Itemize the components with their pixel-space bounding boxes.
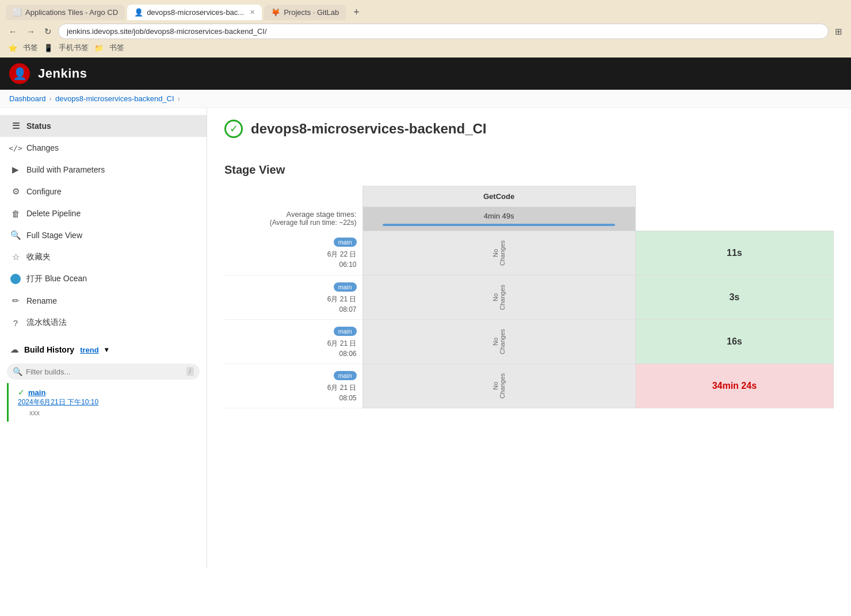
nav-refresh-button[interactable]: ↻ [41,25,55,39]
bookmark-label-3[interactable]: 书签 [109,43,124,53]
sidebar-item-blue-ocean[interactable]: 打开 Blue Ocean [0,268,207,290]
filter-slash: / [186,367,194,376]
tab-label-jenkins: devops8-microservices-bac... [147,8,244,17]
no-changes-cell-1: No Changes [362,231,635,276]
sidebar-item-configure[interactable]: ⚙ Configure [0,181,207,202]
no-changes-text-4: No Changes [492,369,506,403]
search-icon: 🔍 [10,230,21,240]
cloud-icon: ☁ [10,345,18,354]
filter-builds-bar: 🔍 / [7,364,200,380]
sidebar-label-status: Status [26,121,51,131]
sidebar-label-configure: Configure [26,187,62,196]
bookmark-label-1[interactable]: 书签 [23,43,38,53]
status-icon: ☰ [10,121,21,131]
tab-label-argocd: Applications Tiles - Argo CD [25,8,118,17]
build-time-link[interactable]: 2024年6月21日 下午10:10 [18,398,98,406]
no-changes-text-3: No Changes [492,324,506,359]
trend-arrow-icon: ▾ [105,346,108,354]
changes-icon: </> [10,143,21,153]
sidebar-label-delete-pipeline: Delete Pipeline [26,209,81,218]
browser-nav: ← → ↻ ⊞ [6,24,845,39]
build-date-4: 6月 21 日 [327,384,357,392]
build-tag-3[interactable]: main [334,327,357,336]
sidebar-label-build-params: Build with Parameters [26,165,105,174]
sidebar-item-delete-pipeline[interactable]: 🗑 Delete Pipeline [0,202,207,224]
build-time-4: 08:05 [339,394,356,402]
build-tag-4[interactable]: main [334,371,357,380]
filter-builds-input[interactable] [26,368,183,376]
no-changes-text-1: No Changes [492,236,506,270]
sidebar-item-status[interactable]: ☰ Status [0,115,207,137]
sidebar-item-rename[interactable]: ✏ Rename [0,290,207,312]
build-date-2: 6月 21 日 [327,295,357,303]
sidebar-item-changes[interactable]: </> Changes [0,137,207,159]
trend-link[interactable]: trend [80,346,99,354]
build-success-icon: ✓ [18,388,25,397]
table-row: main 6月 21 日 08:07 No Changes 3s [224,276,834,320]
build-history-header: ☁ Build History trend ▾ [0,339,207,360]
stage-label-empty [224,186,362,207]
jenkins-avatar-icon: 👤 [13,67,27,81]
build-time-2: 08:07 [339,305,356,313]
tab-label-gitlab: Projects · GitLab [284,8,339,17]
table-row: main 6月 21 日 08:06 No Changes 16s [224,320,834,364]
breadcrumb-sep-2: › [178,94,180,103]
address-bar[interactable] [58,24,829,39]
build-history-section: ☁ Build History trend ▾ 🔍 / ✓ main 2024年… [0,339,207,422]
nav-back-button[interactable]: ← [6,25,20,38]
sidebar-label-favorites: 收藏夹 [26,252,51,262]
breadcrumb-job[interactable]: devops8-microservices-backend_CI [55,94,174,103]
sidebar-label-changes: Changes [26,143,59,152]
build-date-1: 6月 22 日 [327,250,357,258]
sidebar-label-rename: Rename [26,296,57,305]
build-date-3: 6月 21 日 [327,339,357,347]
breadcrumb-sep-1: › [49,94,52,103]
tab-jenkins[interactable]: 👤 devops8-microservices-bac... ✕ [127,5,262,20]
build-info-2: main 6月 21 日 08:07 [224,276,362,320]
breadcrumb-dashboard[interactable]: Dashboard [9,94,46,103]
bookmark-folder-icon: 📁 [94,44,104,52]
stage-view-title: Stage View [224,163,834,177]
sidebar-item-full-stage-view[interactable]: 🔍 Full Stage View [0,224,207,246]
no-changes-cell-2: No Changes [362,276,635,320]
avg-label-cell: Average stage times: (Average full run t… [224,207,362,231]
sidebar-item-build-with-params[interactable]: ▶ Build with Parameters [0,159,207,181]
avg-run-time-label: (Average full run time: ~22s) [224,219,357,227]
avg-stage-times-label: Average stage times: [224,210,357,219]
delete-icon: 🗑 [10,208,21,219]
build-tag-2[interactable]: main [334,282,357,292]
rename-icon: ✏ [10,296,21,306]
stage-result-1: 11s [635,231,833,276]
help-icon: ? [10,317,21,328]
page-title-row: ✓ devops8-microservices-backend_CI [224,120,834,138]
new-tab-button[interactable]: + [350,5,362,20]
build-tag-1[interactable]: main [334,238,357,247]
tab-argocd[interactable]: ⬜ Applications Tiles - Argo CD [6,5,125,20]
tab-close-jenkins[interactable]: ✕ [250,9,255,16]
browser-chrome: ⬜ Applications Tiles - Argo CD 👤 devops8… [0,0,851,58]
build-info-3: main 6月 21 日 08:06 [224,320,362,364]
tab-favicon-jenkins: 👤 [134,8,143,17]
stage-table: GetCode Average stage times: (Average fu… [224,186,834,408]
tab-gitlab[interactable]: 🦊 Projects · GitLab [264,5,346,20]
sidebar: ☰ Status </> Changes ▶ Build with Parame… [0,108,207,568]
browser-tabs: ⬜ Applications Tiles - Argo CD 👤 devops8… [6,5,845,20]
no-changes-text-2: No Changes [492,280,506,315]
avg-bar-getcode [383,224,615,226]
bookmark-star-icon: ⭐ [8,44,17,52]
configure-icon: ⚙ [10,186,21,197]
sidebar-item-pipeline-syntax[interactable]: ? 流水线语法 [0,312,207,334]
content-area: ✓ devops8-microservices-backend_CI Stage… [207,108,851,568]
bookmark-phone-icon: 📱 [44,44,53,52]
tab-favicon-argocd: ⬜ [13,8,22,17]
stage-result-2: 3s [635,276,833,320]
build-branch-link[interactable]: main [28,388,45,397]
nav-grid-button[interactable]: ⊞ [832,25,845,39]
sidebar-label-blue-ocean: 打开 Blue Ocean [26,274,87,284]
bookmark-label-2[interactable]: 手机书签 [59,43,89,53]
build-time-3: 08:06 [339,350,356,358]
sidebar-item-favorites[interactable]: ☆ 收藏夹 [0,246,207,268]
nav-forward-button[interactable]: → [24,25,38,38]
build-info-1: main 6月 22 日 06:10 [224,231,362,276]
filter-search-icon: 🔍 [13,367,22,376]
